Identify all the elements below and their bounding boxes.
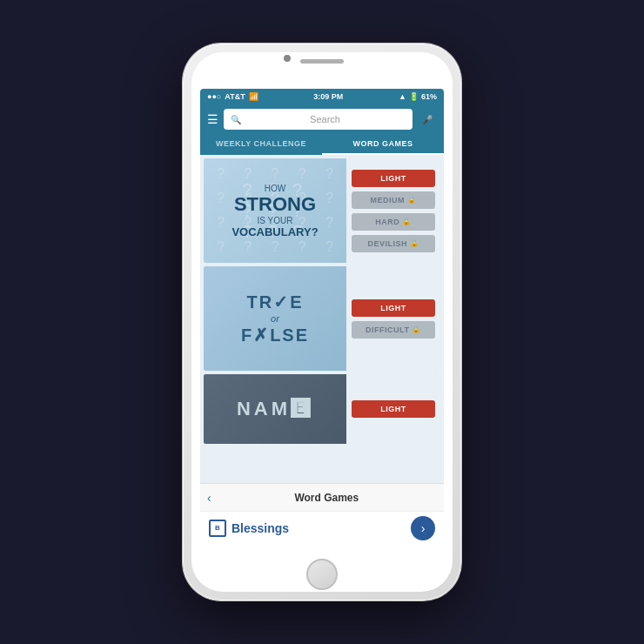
vocab-light-button[interactable]: LIGHT [352,170,435,187]
battery-icon: 🔋 [409,92,419,101]
battery-label: 61% [421,92,437,101]
vocabulary-buttons: LIGHT MEDIUM 🔒 HARD 🔒 DEVILISH 🔒 [346,158,440,263]
menu-icon[interactable]: ☰ [207,112,218,126]
home-button[interactable] [306,559,338,590]
vocabulary-text: HOW STRONG IS YOUR VOCABULARY? [231,184,318,238]
truefalse-text: TR✓E or F✗LSE [241,292,309,345]
name-banner: NAM🅴 [204,374,346,444]
screen: ●●○ AT&T 📶 3:09 PM ▲ 🔋 61% ☰ 🔍 Search [200,89,444,544]
ad-arrow-button[interactable]: › [411,516,435,540]
search-bar[interactable]: 🔍 Search [224,109,413,130]
is-your-label: IS YOUR [231,216,318,225]
location-icon: ▲ [399,92,406,101]
truefalse-buttons: LIGHT DIFFICULT 🔒 [346,266,440,371]
tab-bar: WEEKLY CHALLENGE WORD GAMES [200,134,444,155]
name-text: NAM🅴 [237,398,313,420]
status-bar: ●●○ AT&T 📶 3:09 PM ▲ 🔋 61% [200,89,444,104]
strong-label: STRONG [231,193,318,216]
camera [284,55,291,62]
vocabulary-banner: ????? ????? ????? ????? HOW STRONG IS YO… [204,158,346,263]
vocab-devilish-button: DEVILISH 🔒 [352,235,435,252]
ad-banner: B Blessings › [200,511,444,544]
vocabulary-label: VOCABULARY? [231,225,318,238]
or-line: or [241,313,309,324]
name-buttons: LIGHT [346,374,440,444]
vocab-medium-button: MEDIUM 🔒 [352,191,435,209]
tab-word-games[interactable]: WORD GAMES [322,134,444,155]
truefalse-banner: TR✓E or F✗LSE [204,266,346,371]
search-placeholder: Search [245,114,406,124]
tab-weekly-challenge[interactable]: WEEKLY CHALLENGE [200,134,322,155]
search-icon: 🔍 [231,115,241,124]
signal-icon: ●●○ [207,92,221,101]
true-line: TR✓E [241,292,309,312]
status-right: ▲ 🔋 61% [399,92,437,101]
false-line: F✗LSE [241,325,309,345]
wifi-icon: 📶 [249,92,258,101]
mic-icon[interactable]: 🎤 [418,113,437,126]
ad-icon: B [209,520,226,537]
time-label: 3:09 PM [313,92,343,101]
carrier-label: AT&T [225,92,245,101]
ad-text: Blessings [231,521,411,535]
bottom-nav: ‹ Word Games [200,483,444,511]
name-light-button[interactable]: LIGHT [352,400,435,418]
phone-frame: ●●○ AT&T 📶 3:09 PM ▲ 🔋 61% ☰ 🔍 Search [183,44,461,600]
vocab-hard-button: HARD 🔒 [352,213,435,231]
phone-body: ●●○ AT&T 📶 3:09 PM ▲ 🔋 61% ☰ 🔍 Search [191,52,453,592]
app-header: ☰ 🔍 Search 🎤 [200,104,444,134]
back-button[interactable]: ‹ [207,491,211,505]
truefalse-section: TR✓E or F✗LSE LIGHT DIFFICULT 🔒 [204,266,440,371]
speaker [300,59,344,64]
tf-difficult-button: DIFFICULT 🔒 [352,321,435,339]
status-left: ●●○ AT&T 📶 [207,92,258,101]
tf-light-button[interactable]: LIGHT [352,299,435,317]
vocabulary-section: ????? ????? ????? ????? HOW STRONG IS YO… [204,158,440,263]
nav-title: Word Games [217,492,437,504]
name-section: NAM🅴 LIGHT [204,374,440,444]
how-label: HOW [231,184,318,193]
main-content: ????? ????? ????? ????? HOW STRONG IS YO… [200,155,444,483]
